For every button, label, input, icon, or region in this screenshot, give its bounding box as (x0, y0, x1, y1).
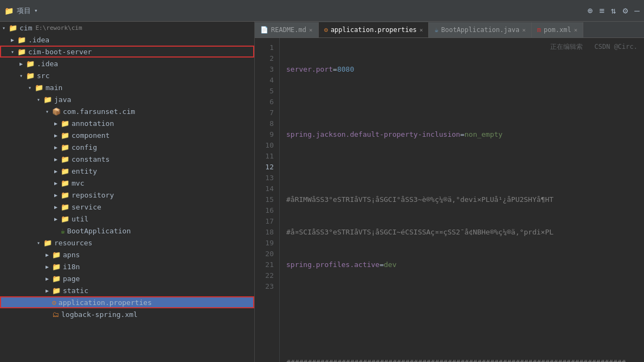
code-line-7: spring.profiles.active=dev (286, 259, 637, 270)
tree-item-root[interactable]: ▾ 📁 cim E:\rework\cim (0, 22, 254, 34)
ln-17: 17 (258, 216, 274, 227)
ln-3: 3 (258, 64, 274, 75)
ln-23: 23 (258, 281, 274, 292)
arrow-com: ▾ (46, 109, 52, 115)
tree-item-annotation[interactable]: ▶ 📁 annotation (0, 117, 254, 129)
ln-16: 16 (258, 205, 274, 216)
arrow-idea2: ▶ (20, 61, 26, 67)
code-line-5: #åRIMWåSS3°eSTRIåVTS¡åSGCI°åSS3~è®%ç¼®ä,… (286, 194, 637, 205)
folder-icon-entity: 📁 (61, 167, 69, 175)
line-numbers: 1 2 3 4 5 6 7 8 9 10 11 12 13 14 15 16 1… (255, 38, 280, 362)
tree-item-config[interactable]: ▶ 📁 config (0, 141, 254, 153)
tab-bootapp[interactable]: ☕ BootApplication.java × (429, 22, 531, 37)
arrow-config: ▶ (54, 144, 61, 150)
folder-icon-i18n: 📁 (52, 263, 61, 271)
code-editor[interactable]: 1 2 3 4 5 6 7 8 9 10 11 12 13 14 15 16 1… (255, 38, 644, 362)
tree-item-static[interactable]: ▶ 📁 static (0, 284, 254, 296)
folder-icon-idea1: 📁 (17, 36, 26, 44)
tree-item-bootapp[interactable]: ▶ ☕ BootApplication (0, 225, 254, 237)
arrow-main: ▾ (28, 85, 35, 91)
toolbar: 📁 项目 ▾ ⊕ ≡ ⇅ ⚙ — (0, 0, 644, 22)
settings-icon[interactable]: ⚙ (623, 5, 628, 16)
minimize-icon[interactable]: — (634, 5, 640, 16)
tab-pom[interactable]: m pom.xml × (532, 22, 583, 37)
project-dropdown[interactable]: ▾ (34, 7, 38, 14)
folder-icon-apns: 📁 (52, 251, 61, 259)
tree-item-component[interactable]: ▶ 📁 component (0, 129, 254, 141)
package-icon-com: 📦 (52, 107, 61, 116)
tab-application[interactable]: ⚙ application.properties × (319, 22, 429, 37)
tree-item-entity[interactable]: ▶ 📁 entity (0, 165, 254, 177)
tree-item-constants[interactable]: ▶ 📁 constants (0, 153, 254, 165)
tree-label-static: static (63, 287, 88, 295)
tree-item-main[interactable]: ▾ 📁 main (0, 81, 254, 93)
code-line-9 (286, 325, 637, 335)
tab-close-readme[interactable]: × (309, 27, 313, 34)
code-line-1: server.port=8080 (286, 64, 637, 75)
folder-icon-component: 📁 (61, 131, 69, 139)
ln-9: 9 (258, 129, 274, 140)
tree-label-idea2: .idea (37, 60, 58, 68)
tree-item-idea2[interactable]: ▶ 📁 .idea (0, 58, 254, 69)
code-content: server.port=8080 spring.jackson.default-… (280, 38, 644, 362)
tree-item-i18n[interactable]: ▶ 📁 i18n (0, 261, 254, 272)
java-boot-icon: ☕ (61, 227, 65, 235)
ln-1: 1 (258, 42, 274, 53)
tab-close-bootapp[interactable]: × (522, 27, 526, 34)
tree-item-idea1[interactable]: ▶ 📁 .idea (0, 34, 254, 46)
code-line-3: spring.jackson.default-property-inclusio… (286, 129, 637, 140)
tree-item-src[interactable]: ▾ 📁 src (0, 69, 254, 81)
ln-2: 2 (258, 53, 274, 64)
toolbar-left: 📁 项目 ▾ (4, 6, 254, 16)
tab-label-bootapp: BootApplication.java (441, 26, 520, 34)
arrow-entity: ▶ (54, 168, 61, 174)
ln-19: 19 (258, 238, 274, 249)
folder-icon-idea2: 📁 (26, 60, 35, 68)
arrow-util: ▶ (54, 216, 61, 222)
tabs-bar: 📄 README.md × ⚙ application.properties ×… (255, 22, 644, 38)
tree-item-cim-boot-server[interactable]: ▾ 📁 cim-boot-server (0, 46, 254, 58)
ln-22: 22 (258, 270, 274, 281)
tree-item-page[interactable]: ▶ 📁 page (0, 272, 254, 284)
tree-label-bootapp: BootApplication (67, 227, 131, 235)
tree-item-service[interactable]: ▶ 📁 service (0, 201, 254, 213)
tree-label-service: service (72, 203, 101, 211)
add-icon[interactable]: ⊕ (588, 5, 593, 16)
tree-label-config: config (72, 143, 97, 151)
tab-readme[interactable]: 📄 README.md × (255, 22, 319, 37)
tree-item-app-props[interactable]: ▶ ⚙ application.properties (0, 296, 254, 308)
ln-11: 11 (258, 151, 274, 162)
list-icon[interactable]: ≡ (599, 5, 604, 16)
tab-close-pom[interactable]: × (574, 27, 578, 34)
tab-close-application[interactable]: × (420, 27, 423, 34)
tree-item-util[interactable]: ▶ 📁 util (0, 213, 254, 225)
tree-item-apns[interactable]: ▶ 📁 apns (0, 249, 254, 261)
sort-icon[interactable]: ⇅ (611, 5, 616, 16)
ln-4: 4 (258, 75, 274, 86)
folder-icon-root: 📁 (9, 24, 17, 32)
tree-label-resources: resources (54, 239, 92, 247)
file-tree[interactable]: ▾ 📁 cim E:\rework\cim ▶ 📁 .idea ▾ 📁 cim-… (0, 22, 255, 362)
code-line-8 (286, 292, 637, 303)
tree-item-java[interactable]: ▾ 📁 java (0, 93, 254, 105)
tree-item-logback[interactable]: ▶ 🗂 logback-spring.xml (0, 308, 254, 320)
ln-12: 12 (258, 162, 274, 173)
tab-icon-application: ⚙ (324, 26, 328, 34)
ln-14: 14 (258, 183, 274, 194)
tree-label-i18n: i18n (63, 263, 80, 271)
tab-icon-readme: 📄 (260, 26, 268, 34)
arrow-idea1: ▶ (11, 37, 17, 43)
ln-5: 5 (258, 86, 274, 97)
tree-item-com[interactable]: ▾ 📦 com.farsunset.cim (0, 105, 254, 117)
tab-label-application: application.properties (331, 26, 417, 34)
tree-item-repository[interactable]: ▶ 📁 repository (0, 189, 254, 201)
folder-icon-repository: 📁 (61, 191, 69, 199)
tree-item-resources[interactable]: ▾ 📁 resources (0, 237, 254, 249)
watermark-text: CSDN @Circ. (595, 43, 637, 50)
ln-18: 18 (258, 227, 274, 238)
tree-label-mvc: mvc (72, 179, 84, 187)
tree-item-mvc[interactable]: ▶ 📁 mvc (0, 177, 254, 189)
folder-icon-cim-boot: 📁 (17, 48, 26, 56)
arrow-repository: ▶ (54, 192, 61, 198)
tree-label-cim-boot: cim-boot-server (28, 48, 92, 56)
